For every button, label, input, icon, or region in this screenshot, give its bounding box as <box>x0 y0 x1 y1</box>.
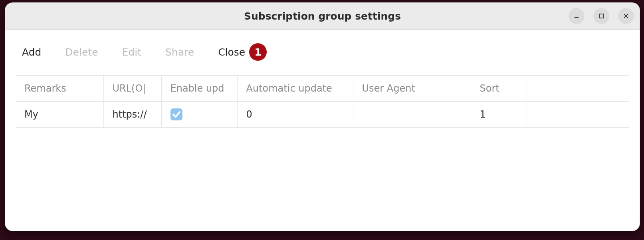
table-row[interactable]: My https:// 0 1 <box>16 102 629 128</box>
minimize-icon <box>573 13 580 19</box>
col-user-agent[interactable]: User Agent <box>353 76 471 102</box>
share-button[interactable]: Share <box>165 46 194 58</box>
toolbar: Add Delete Edit Share Close 1 <box>16 43 629 61</box>
add-button[interactable]: Add <box>22 46 41 58</box>
maximize-button[interactable] <box>593 8 609 24</box>
share-label: Share <box>165 46 194 58</box>
cell-enable[interactable] <box>161 102 237 128</box>
window-title: Subscription group settings <box>244 10 401 22</box>
col-url[interactable]: URL(O| <box>103 76 161 102</box>
cell-url[interactable]: https:// <box>103 102 161 128</box>
cell-remarks[interactable]: My <box>16 102 103 128</box>
cell-auto[interactable]: 0 <box>237 102 353 128</box>
add-label: Add <box>22 46 41 58</box>
cell-user-agent[interactable] <box>353 102 471 128</box>
dialog-content: Add Delete Edit Share Close 1 <box>5 30 640 128</box>
close-label: Close <box>218 46 245 58</box>
maximize-icon <box>598 13 604 19</box>
titlebar: Subscription group settings <box>5 3 640 30</box>
close-badge: 1 <box>249 43 267 61</box>
checkmark-icon <box>172 111 180 118</box>
minimize-button[interactable] <box>569 8 585 24</box>
col-spacer <box>527 76 629 102</box>
delete-button[interactable]: Delete <box>65 46 98 58</box>
subscription-table: Remarks URL(O| Enable upd Automatic upda… <box>16 75 629 128</box>
svg-rect-1 <box>599 14 603 18</box>
enable-checkbox[interactable] <box>170 108 182 120</box>
cell-sort[interactable]: 1 <box>471 102 527 128</box>
col-remarks[interactable]: Remarks <box>16 76 103 102</box>
close-icon <box>623 13 629 19</box>
table-header-row: Remarks URL(O| Enable upd Automatic upda… <box>16 76 629 102</box>
col-enable[interactable]: Enable upd <box>161 76 237 102</box>
dialog-window: Subscription group settings Add Delete E… <box>5 2 640 231</box>
edit-label: Edit <box>122 46 141 58</box>
window-controls <box>569 3 634 29</box>
cell-spacer <box>527 102 629 128</box>
col-sort[interactable]: Sort <box>471 76 527 102</box>
edit-button[interactable]: Edit <box>122 46 141 58</box>
close-button[interactable]: Close 1 <box>218 43 267 61</box>
close-window-button[interactable] <box>618 8 634 24</box>
delete-label: Delete <box>65 46 98 58</box>
col-auto[interactable]: Automatic update <box>237 76 353 102</box>
